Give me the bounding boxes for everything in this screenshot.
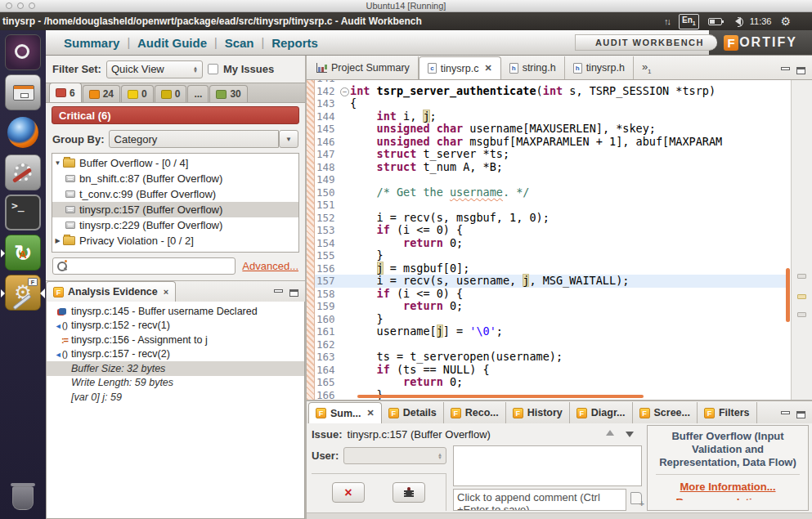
analysis-evidence-tab[interactable]: F Analysis Evidence × bbox=[46, 281, 176, 302]
code-line[interactable]: 145 unsigned char username[MAXUSERLEN], … bbox=[315, 123, 790, 136]
code-line[interactable]: 147 struct t_server *ts; bbox=[315, 148, 790, 161]
more-information-link[interactable]: More Information... bbox=[654, 481, 801, 493]
maximize-view-icon[interactable] bbox=[796, 411, 805, 418]
my-issues-checkbox[interactable] bbox=[208, 64, 218, 74]
previous-issue-button[interactable] bbox=[606, 426, 614, 436]
code-line[interactable]: 153 if (i <= 0) { bbox=[315, 224, 790, 237]
code-editor[interactable]: 141142int tsrp_server_authenticate(int s… bbox=[307, 80, 812, 400]
editor-tab-tinysrp-c[interactable]: ctinysrp.c✕ bbox=[419, 56, 501, 79]
tree-issue-row[interactable]: tinysrp.c:229 (Buffer Overflow) bbox=[52, 217, 298, 233]
minimize-view-icon[interactable] bbox=[781, 67, 790, 70]
minimize-view-icon[interactable] bbox=[781, 411, 790, 414]
tree-issue-row[interactable]: tinysrp.c:157 (Buffer Overflow) bbox=[52, 202, 298, 217]
code-line[interactable]: 158 if (i <= 0) { bbox=[315, 288, 790, 301]
bottom-tab-diagr[interactable]: FDiagr... bbox=[570, 402, 633, 423]
tree-folder-row[interactable]: ▼Buffer Overflow - [0 / 4] bbox=[52, 155, 298, 171]
tree-issue-row[interactable]: bn_shift.c:87 (Buffer Overflow) bbox=[52, 171, 298, 186]
battery-icon[interactable] bbox=[708, 18, 722, 25]
code-line[interactable]: 165 return 0; bbox=[315, 376, 790, 389]
severity-tab[interactable]: 0 bbox=[155, 85, 187, 102]
add-comment-icon[interactable] bbox=[630, 492, 642, 504]
bottom-tab-scree[interactable]: FScree... bbox=[633, 402, 698, 423]
horizontal-scrollbar[interactable] bbox=[357, 395, 644, 398]
evidence-item[interactable]: ◄()tinysrp.c:157 - recv(2) bbox=[47, 347, 304, 362]
code-line[interactable]: 150 /* Get the username. */ bbox=[315, 186, 790, 199]
files-icon[interactable] bbox=[5, 74, 41, 110]
editor-tab-project-summary[interactable]: Project Summary bbox=[308, 56, 419, 79]
bottom-tab-reco[interactable]: FReco... bbox=[444, 402, 506, 423]
code-line[interactable]: 163 ts = t_serveropen(username); bbox=[315, 351, 790, 364]
nav-reports[interactable]: Reports bbox=[271, 36, 318, 50]
suppress-issue-button[interactable]: × bbox=[332, 482, 365, 503]
ruler-mark[interactable] bbox=[797, 274, 806, 279]
bottom-tab-details[interactable]: FDetails bbox=[382, 402, 444, 423]
code-line[interactable]: 155 } bbox=[315, 249, 790, 262]
evidence-item[interactable]: Buffer Size: 32 bytes bbox=[47, 361, 304, 376]
nav-summary[interactable]: Summary bbox=[64, 36, 119, 50]
audit-workbench-icon[interactable]: ⚙F bbox=[5, 275, 41, 311]
group-by-dropdown-button[interactable]: ▼ bbox=[279, 130, 298, 148]
severity-tab[interactable]: 6 bbox=[49, 83, 82, 102]
close-tab-icon[interactable]: ✕ bbox=[367, 408, 375, 418]
minimize-view-icon[interactable] bbox=[274, 289, 283, 293]
critical-banner[interactable]: Critical (6) bbox=[52, 106, 299, 124]
ubuntu-dash-icon[interactable] bbox=[5, 34, 41, 70]
recommendations-link-partial[interactable]: Recommendations... bbox=[654, 496, 801, 500]
network-updown-icon[interactable]: ↑↓ bbox=[664, 16, 670, 26]
user-combo[interactable]: ▲▼ bbox=[343, 447, 446, 464]
append-comment-field[interactable]: Click to append comment (Ctrl +Enter to … bbox=[453, 489, 626, 511]
code-line[interactable]: 146 unsigned char msgbuf[MAXPARAMLEN + 1… bbox=[315, 136, 790, 149]
severity-tab[interactable]: 0 bbox=[121, 85, 154, 102]
bottom-tab-history[interactable]: FHistory bbox=[506, 402, 570, 423]
code-line[interactable]: 149 bbox=[315, 173, 790, 186]
tree-folder-row[interactable]: ▶Privacy Violation - [0 / 2] bbox=[52, 233, 298, 248]
nav-scan[interactable]: Scan bbox=[225, 36, 254, 50]
evidence-item[interactable]: tinysrp.c:145 - Buffer username Declared bbox=[47, 304, 304, 319]
fold-marker-icon[interactable] bbox=[339, 85, 350, 98]
tree-issue-row[interactable]: t_conv.c:99 (Buffer Overflow) bbox=[52, 186, 298, 202]
close-tab-icon[interactable]: ✕ bbox=[484, 63, 491, 74]
code-line[interactable]: 143{ bbox=[315, 97, 790, 110]
volume-icon[interactable] bbox=[731, 17, 741, 25]
code-line[interactable]: 157 i = recv(s, username, j, MSG_WAITALL… bbox=[315, 275, 790, 288]
file-bug-button[interactable] bbox=[393, 482, 425, 503]
clock[interactable]: 11:36 bbox=[750, 16, 772, 26]
session-gear-icon[interactable]: ⚙ bbox=[780, 15, 791, 28]
nav-audit-guide[interactable]: Audit Guide bbox=[137, 36, 207, 50]
hidden-tabs-indicator[interactable]: »1 bbox=[634, 60, 660, 75]
ruler-mark[interactable] bbox=[797, 312, 806, 317]
code-line[interactable]: 144 int i, j; bbox=[315, 110, 790, 123]
code-line[interactable]: 142int tsrp_server_authenticate(int s, T… bbox=[315, 85, 790, 98]
code-line[interactable]: 162 bbox=[315, 338, 790, 351]
trash-icon[interactable] bbox=[5, 480, 41, 516]
evidence-item[interactable]: [var 0] j: 59 bbox=[47, 390, 304, 405]
firefox-icon[interactable] bbox=[5, 114, 41, 150]
code-line[interactable]: 159 return 0; bbox=[315, 300, 790, 313]
comment-textarea[interactable] bbox=[453, 445, 642, 486]
code-line[interactable]: 148 struct t_num A, *B; bbox=[315, 161, 790, 174]
collapsed-arrow-icon[interactable]: ▶ bbox=[52, 237, 63, 244]
severity-tab[interactable]: 24 bbox=[83, 85, 120, 102]
bottom-tab-sum[interactable]: FSum...✕ bbox=[308, 402, 382, 423]
expanded-arrow-icon[interactable]: ▼ bbox=[52, 159, 63, 167]
code-line[interactable]: 160 } bbox=[315, 313, 790, 326]
maximize-view-icon[interactable] bbox=[796, 67, 805, 74]
code-line[interactable]: 156 j = msgbuf[0]; bbox=[315, 262, 790, 275]
editor-tab-tinysrp-h[interactable]: htinysrp.h bbox=[565, 56, 634, 79]
keyboard-layout-indicator[interactable]: En1 bbox=[679, 14, 699, 29]
next-issue-button[interactable] bbox=[626, 432, 634, 441]
severity-tab[interactable]: 30 bbox=[209, 85, 247, 102]
code-line[interactable]: 151 bbox=[315, 199, 790, 212]
system-settings-icon[interactable] bbox=[5, 154, 41, 190]
advanced-link[interactable]: Advanced... bbox=[242, 260, 298, 272]
severity-tab[interactable]: ... bbox=[187, 85, 209, 102]
issue-search-input[interactable] bbox=[52, 257, 236, 275]
close-tab-icon[interactable]: × bbox=[164, 287, 168, 297]
code-line[interactable]: 152 i = recv(s, msgbuf, 1, 0); bbox=[315, 212, 790, 225]
code-line[interactable]: 164 if (ts == NULL) { bbox=[315, 364, 790, 377]
group-by-value[interactable]: Category bbox=[109, 130, 279, 148]
software-updater-icon[interactable]: ↻A bbox=[5, 235, 41, 271]
evidence-item[interactable]: ◄()tinysrp.c:152 - recv(1) bbox=[47, 319, 304, 333]
vertical-scrollbar[interactable] bbox=[786, 268, 790, 322]
evidence-item[interactable]: Write Length: 59 bytes bbox=[47, 376, 304, 391]
